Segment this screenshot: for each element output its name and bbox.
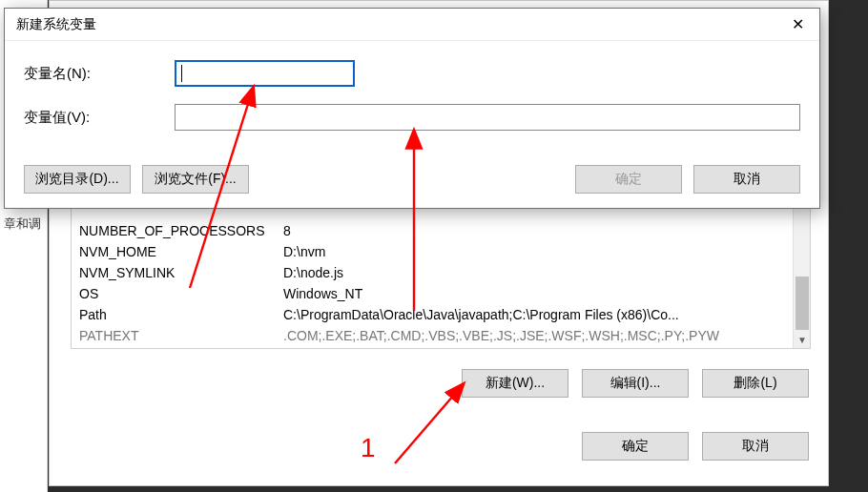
new-system-variable-dialog: 新建系统变量 ✕ 变量名(N): 变量值(V): 浏览目录(D)... 浏览文件… bbox=[4, 8, 820, 209]
dialog-title: 新建系统变量 bbox=[16, 16, 96, 33]
table-row[interactable]: NVM_SYMLINK D:\node.js bbox=[79, 262, 785, 283]
table-row[interactable]: NVM_HOME D:\nvm bbox=[79, 241, 785, 262]
close-icon: ✕ bbox=[792, 15, 804, 33]
var-name-cell: NVM_HOME bbox=[79, 241, 283, 262]
variable-value-input[interactable] bbox=[175, 104, 800, 131]
var-value-cell: D:\nvm bbox=[283, 241, 785, 262]
table-row[interactable]: Path C:\ProgramData\Oracle\Java\javapath… bbox=[79, 304, 785, 325]
var-value-cell: Windows_NT bbox=[283, 283, 785, 304]
dialog-titlebar[interactable]: 新建系统变量 ✕ bbox=[5, 9, 819, 41]
env-cancel-button[interactable]: 取消 bbox=[702, 432, 809, 461]
variable-value-label: 变量值(V): bbox=[24, 109, 175, 127]
new-var-cancel-button[interactable]: 取消 bbox=[693, 165, 800, 194]
var-value-cell: .COM;.EXE;.BAT;.CMD;.VBS;.VBE;.JS;.JSE;.… bbox=[283, 325, 785, 346]
var-value-cell: D:\node.js bbox=[283, 262, 785, 283]
table-row[interactable]: PATHEXT .COM;.EXE;.BAT;.CMD;.VBS;.VBE;.J… bbox=[79, 325, 785, 346]
delete-system-var-button[interactable]: 删除(L) bbox=[702, 369, 809, 398]
env-dialog-buttons: 确定 取消 bbox=[50, 432, 830, 470]
new-var-ok-button[interactable]: 确定 bbox=[575, 165, 682, 194]
var-name-cell: OS bbox=[79, 283, 283, 304]
close-button[interactable]: ✕ bbox=[775, 9, 819, 41]
system-var-buttons: 新建(W)... 编辑(I)... 删除(L) bbox=[50, 365, 830, 403]
browse-directory-button[interactable]: 浏览目录(D)... bbox=[24, 165, 131, 194]
edit-system-var-button[interactable]: 编辑(I)... bbox=[582, 369, 689, 398]
variable-name-label: 变量名(N): bbox=[24, 65, 175, 83]
table-row[interactable]: NUMBER_OF_PROCESSORS 8 bbox=[79, 220, 785, 241]
scroll-thumb[interactable] bbox=[796, 277, 809, 330]
env-ok-button[interactable]: 确定 bbox=[582, 432, 689, 461]
var-name-cell: Path bbox=[79, 304, 283, 325]
new-system-var-button[interactable]: 新建(W)... bbox=[462, 369, 568, 398]
scroll-down-icon[interactable]: ▼ bbox=[794, 331, 811, 348]
var-value-cell: C:\ProgramData\Oracle\Java\javapath;C:\P… bbox=[283, 304, 785, 325]
variable-name-input[interactable] bbox=[175, 60, 355, 87]
table-row[interactable]: OS Windows_NT bbox=[79, 283, 785, 304]
text-caret bbox=[181, 65, 182, 82]
browse-file-button[interactable]: 浏览文件(F)... bbox=[142, 165, 249, 194]
var-name-cell: PATHEXT bbox=[79, 325, 283, 346]
var-name-cell: NVM_SYMLINK bbox=[79, 262, 283, 283]
page-text-fragment: 章和调 bbox=[4, 215, 41, 233]
var-name-cell: NUMBER_OF_PROCESSORS bbox=[79, 220, 283, 241]
var-value-cell: 8 bbox=[283, 220, 785, 241]
